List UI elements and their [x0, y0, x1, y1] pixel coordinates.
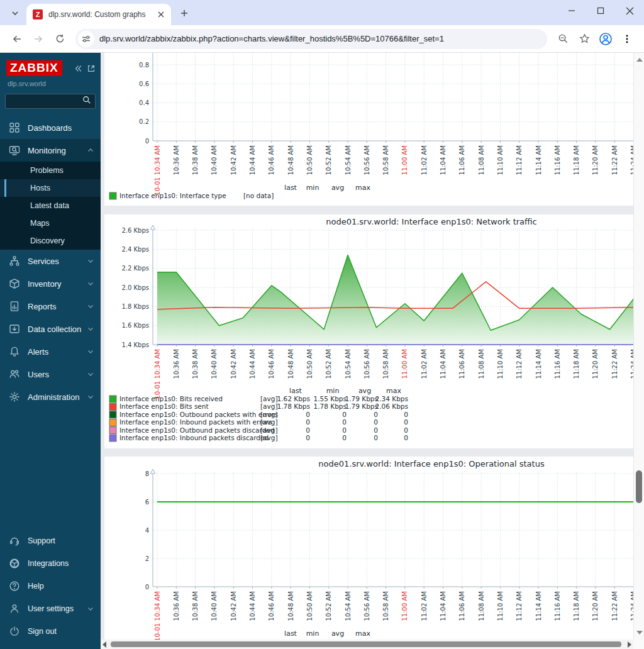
x-axis-time-label: 11:22 AM: [611, 591, 618, 621]
legend-series-label: Interface enp1s0: Inbound packets with e…: [119, 418, 272, 426]
forward-button[interactable]: [29, 30, 48, 48]
zabbix-logo[interactable]: ZABBIX: [6, 60, 62, 76]
sidebar-item-monitoring[interactable]: Monitoring: [0, 139, 101, 162]
y-axis-tick-label: 0: [145, 584, 149, 591]
reload-button[interactable]: [50, 30, 69, 48]
x-axis-time-label: 11:12 AM: [516, 145, 523, 175]
tab-close-icon[interactable]: [156, 9, 166, 19]
undock-sidebar-icon[interactable]: [87, 64, 96, 73]
sidebar-item-user-settings[interactable]: User settings: [0, 597, 101, 620]
sidebar-item-help[interactable]: Help: [0, 575, 101, 597]
sidebar-item-reports[interactable]: Reports: [0, 295, 101, 318]
reports-icon: [9, 301, 20, 312]
legend-header-max: max: [386, 387, 401, 395]
legend-header-min: min: [326, 387, 340, 395]
legend-swatch: [109, 435, 116, 441]
legend-header-avg: avg: [358, 387, 371, 395]
sidebar-item-alerts[interactable]: Alerts: [0, 340, 101, 363]
browser-menu-button[interactable]: [618, 30, 636, 48]
vertical-scrollbar[interactable]: [633, 53, 644, 640]
x-axis-time-label: 11:02 AM: [421, 145, 428, 175]
chevron-up-icon: [87, 147, 94, 154]
chevron-down-icon: [87, 348, 94, 355]
scrollbar-corner: [633, 640, 644, 649]
chart-svg[interactable]: node01.srv.world: Interface enp1s0: Netw…: [104, 214, 633, 448]
vertical-scroll-thumb[interactable]: [636, 470, 642, 503]
new-tab-button[interactable]: [176, 5, 192, 21]
y-axis-tick-label: 2: [145, 555, 149, 562]
user-settings-icon: [9, 603, 20, 614]
legend-value: 0: [404, 434, 408, 441]
sidebar-item-support[interactable]: Support: [0, 530, 101, 552]
x-axis-time-label: 10:54 AM: [345, 591, 352, 621]
window-controls: [557, 0, 644, 21]
legend-header-min: min: [306, 630, 319, 638]
tab-search-button[interactable]: [6, 4, 24, 22]
x-axis-time-label: 11:06 AM: [458, 591, 465, 621]
sidebar-search[interactable]: [5, 94, 96, 109]
scroll-left-arrow[interactable]: [103, 641, 106, 648]
chart-svg[interactable]: 00.20.40.60.810-01 10:34 AM10:36 AM10:38…: [104, 53, 633, 206]
legend-header-last: last: [284, 184, 297, 192]
sidebar-item-inventory[interactable]: Inventory: [0, 272, 101, 295]
window-close-button[interactable]: [615, 0, 644, 21]
chevron-down-icon: [87, 302, 94, 310]
x-axis-time-label: 11:10 AM: [497, 591, 504, 621]
horizontal-scroll-thumb[interactable]: [111, 641, 621, 647]
sidebar-item-hosts[interactable]: Hosts: [0, 179, 101, 197]
x-axis-time-label: 10:50 AM: [306, 591, 313, 621]
sidebar-item-administration[interactable]: Administration: [0, 386, 101, 408]
x-axis-time-label: 11:12 AM: [516, 349, 523, 379]
browser-tab[interactable]: Z dlp.srv.world: Custom graphs: [26, 4, 171, 25]
chart-panel-node01-srv-world-interface-enp1s0-network-traffic[interactable]: node01.srv.world: Interface enp1s0: Netw…: [104, 214, 633, 448]
sidebar-item-integrations[interactable]: Integrations: [0, 552, 101, 575]
legend-header-last: last: [284, 630, 297, 638]
zoom-out-indicator-icon[interactable]: [553, 30, 572, 48]
x-axis-time-label: 10-01 10:34 AM: [154, 145, 161, 196]
sidebar-item-problems[interactable]: Problems: [0, 162, 101, 179]
legend-value: 0: [306, 426, 310, 434]
inventory-icon: [9, 278, 20, 289]
x-axis-time-label: 11:04 AM: [440, 591, 447, 621]
address-bar[interactable]: dlp.srv.world/zabbix/zabbix.php?action=c…: [75, 29, 547, 49]
scroll-down-arrow[interactable]: [636, 631, 643, 635]
sidebar-item-sign-out[interactable]: Sign out: [0, 620, 101, 643]
sidebar: ZABBIX dlp.srv.world DashboardsMonitorin…: [0, 53, 101, 649]
sidebar-item-discovery[interactable]: Discovery: [0, 232, 101, 250]
site-settings-icon[interactable]: [78, 31, 94, 47]
legend-function-label: [avg]: [260, 426, 278, 434]
sidebar-item-users[interactable]: Users: [0, 363, 101, 386]
scroll-right-arrow[interactable]: [628, 641, 631, 648]
sidebar-item-dashboards[interactable]: Dashboards: [0, 116, 101, 139]
sidebar-search-input[interactable]: [9, 97, 82, 106]
scroll-up-arrow[interactable]: [636, 58, 643, 62]
sidebar-item-services[interactable]: Services: [0, 250, 101, 272]
x-axis-time-label: 10-01 10:34 AM: [154, 591, 161, 640]
chart-svg[interactable]: node01.srv.world: Interface enp1s0: Oper…: [104, 457, 633, 640]
search-icon: [82, 96, 91, 107]
y-axis-tick-label: 4: [145, 527, 149, 534]
y-axis-tick-label: 2.0 Kbps: [121, 284, 149, 291]
sidebar-item-latest-data[interactable]: Latest data: [0, 197, 101, 214]
window-maximize-button[interactable]: [586, 0, 615, 21]
sidebar-item-maps[interactable]: Maps: [0, 214, 101, 232]
chart-panel-node01-srv-world-interface-enp1s0-operational-status[interactable]: node01.srv.world: Interface enp1s0: Oper…: [104, 457, 633, 640]
profile-avatar[interactable]: [596, 30, 615, 48]
legend-header-min: min: [306, 184, 319, 192]
horizontal-scrollbar[interactable]: [101, 640, 633, 649]
y-axis-tick-label: 0.8: [139, 62, 149, 69]
x-axis-time-label: 10:58 AM: [382, 145, 389, 175]
legend-value: 0: [342, 434, 347, 441]
chart-panel-interface-type[interactable]: 00.20.40.60.810-01 10:34 AM10:36 AM10:38…: [104, 53, 633, 206]
sidebar-item-data-collection[interactable]: Data collection: [0, 318, 101, 340]
chevron-down-icon: [87, 370, 94, 378]
sidebar-item-label: Sign out: [28, 627, 57, 636]
x-axis-time-label: 10:40 AM: [211, 591, 218, 621]
x-axis-time-label: 10:52 AM: [325, 349, 332, 379]
collapse-sidebar-icon[interactable]: [74, 64, 83, 73]
window-minimize-button[interactable]: [557, 0, 586, 21]
tab-title: dlp.srv.world: Custom graphs: [48, 10, 156, 19]
x-axis-time-label: 10:42 AM: [230, 591, 237, 621]
back-button[interactable]: [8, 30, 26, 48]
bookmark-star-icon[interactable]: [575, 30, 594, 48]
